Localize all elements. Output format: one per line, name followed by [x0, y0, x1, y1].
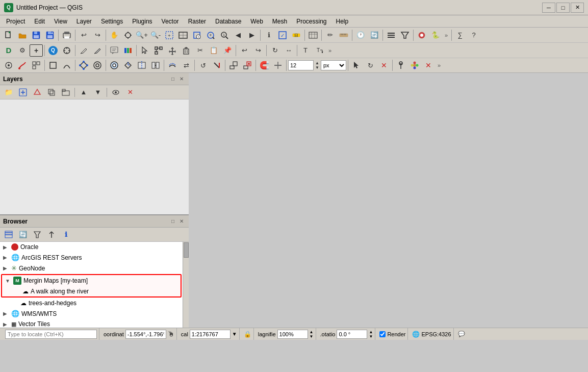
layer-group-btn[interactable]	[59, 86, 72, 98]
pan-map-button[interactable]: ✋	[108, 29, 121, 41]
zoom-full-button[interactable]	[176, 29, 190, 41]
print-layout-button[interactable]	[60, 29, 73, 41]
measure-button[interactable]	[337, 29, 350, 41]
new-project-button[interactable]	[2, 29, 15, 41]
menu-mesh[interactable]: Mesh	[268, 17, 291, 26]
browser-info-btn[interactable]: ℹ	[59, 229, 72, 241]
refresh-button[interactable]: 🔄	[368, 29, 381, 41]
delete-selected-btn[interactable]	[180, 44, 193, 57]
rotation-input[interactable]	[337, 330, 367, 339]
layer-visibility-btn[interactable]	[109, 86, 122, 98]
select-tool-btn[interactable]	[138, 44, 151, 57]
tree-item-arcgis[interactable]: ▶ 🌐 ArcGIS REST Servers	[0, 252, 183, 263]
browser-scrollbar[interactable]	[183, 242, 189, 328]
rotate-btn[interactable]: ↻	[268, 44, 282, 57]
browser-filter-btn[interactable]	[31, 229, 44, 241]
menu-layer[interactable]: Layer	[72, 17, 96, 26]
style-btn[interactable]	[121, 44, 135, 57]
magnet-btn[interactable]: 🧲	[258, 59, 271, 71]
select-features-button[interactable]: ✓	[276, 29, 289, 41]
layer-duplicate-btn[interactable]	[45, 86, 58, 98]
menu-plugins[interactable]: Plugins	[128, 17, 156, 26]
size-input[interactable]: 12	[288, 60, 314, 70]
scale-btn[interactable]: ↔	[282, 44, 295, 57]
zoom-selection-button[interactable]: +	[204, 29, 217, 41]
reshape-btn[interactable]	[121, 59, 135, 71]
tree-item-vector-tiles[interactable]: ▶ ▦ Vector Tiles	[0, 319, 183, 328]
layer-visibility-all-btn[interactable]: ✕	[123, 86, 137, 98]
browser-collapse-btn[interactable]: □	[169, 217, 177, 226]
menu-database[interactable]: Database	[211, 17, 245, 26]
processing-toolbox-button[interactable]: ∑	[453, 29, 467, 41]
help-button[interactable]: ?	[467, 29, 480, 41]
toolbar-more-1[interactable]: »	[443, 32, 450, 38]
split-features-btn[interactable]	[135, 59, 148, 71]
cancel-edit-btn[interactable]: ✕	[422, 59, 435, 71]
save-project-button[interactable]	[30, 29, 43, 41]
zoom-next-button[interactable]: ▶	[245, 29, 259, 41]
move-feature-btn[interactable]	[166, 44, 179, 57]
tree-item-wms[interactable]: ▶ 🌐 WMS/WMTS	[0, 308, 183, 319]
copy-features-btn[interactable]: 📋	[207, 44, 220, 57]
layer-down-btn[interactable]: ▼	[91, 86, 105, 98]
render-checkbox[interactable]	[379, 331, 386, 337]
filter-legend-button[interactable]	[398, 29, 412, 41]
merge-features-btn[interactable]	[149, 59, 162, 71]
tree-item-geonode[interactable]: ▶ ✳ GeoNode	[0, 263, 183, 274]
toggle-editing-button[interactable]: ✏	[323, 29, 337, 41]
layers-close-btn[interactable]: ✕	[177, 75, 186, 83]
menu-processing[interactable]: Processing	[292, 17, 330, 26]
tracing-btn[interactable]	[16, 59, 29, 71]
qgis-icon-button[interactable]: Q	[46, 44, 60, 57]
redo-button[interactable]: ↪	[91, 29, 104, 41]
trim-extend-btn[interactable]	[210, 59, 223, 71]
python-console-button[interactable]: 🐍	[429, 29, 442, 41]
rotation-up[interactable]: ▲▼	[369, 330, 373, 339]
scale-input[interactable]	[190, 330, 231, 339]
undo-edit-btn[interactable]: ↩	[238, 44, 251, 57]
open-attribute-table-button[interactable]	[306, 29, 320, 41]
plugins-button[interactable]	[415, 29, 428, 41]
pin-annotation-btn[interactable]	[394, 59, 407, 71]
browser-add-layer-btn[interactable]	[2, 229, 15, 241]
zoom-layer-button[interactable]: +	[190, 29, 203, 41]
reverse-line-btn[interactable]: ⇄	[180, 59, 193, 71]
toolbar-more-2[interactable]: »	[326, 47, 334, 54]
annotations-btn[interactable]	[108, 44, 121, 57]
menu-view[interactable]: View	[50, 17, 71, 26]
tree-item-walk-river[interactable]: ☁ A walk along the river	[2, 286, 181, 296]
menu-edit[interactable]: Edit	[30, 17, 49, 26]
message-item[interactable]: 💬	[456, 328, 467, 340]
zoom-out-button[interactable]: 🔍-	[149, 29, 162, 41]
redo-edit-btn[interactable]: ↪	[251, 44, 265, 57]
identify-features-button[interactable]: ℹ	[262, 29, 275, 41]
menu-web[interactable]: Web	[246, 17, 267, 26]
deselect-features-button[interactable]: ⊟	[290, 29, 303, 41]
add-part-btn[interactable]	[227, 59, 240, 71]
add-layer-button[interactable]: +	[30, 44, 43, 57]
browser-scrollbar-thumb[interactable]	[184, 242, 189, 258]
layers-collapse-btn[interactable]: □	[169, 75, 177, 83]
offset-curve-btn[interactable]	[166, 59, 179, 71]
layer-open-btn[interactable]: 📁	[2, 86, 15, 98]
advanced-digi-btn[interactable]	[30, 59, 43, 71]
zoom-rubber-band-button[interactable]: +	[163, 29, 176, 41]
size-unit-select[interactable]: px mm	[321, 60, 346, 70]
tree-item-oracle[interactable]: ▶ Oracle	[0, 242, 183, 252]
undo-button[interactable]: ↩	[77, 29, 90, 41]
crs-item[interactable]: 🌐 EPSG:4326	[410, 328, 453, 340]
edit-toolbar-btn2[interactable]	[91, 44, 104, 57]
flower-btn[interactable]	[408, 59, 421, 71]
menu-vector[interactable]: Vector	[158, 17, 183, 26]
menu-project[interactable]: Project	[2, 17, 29, 26]
zoom-native-button[interactable]: 1	[218, 29, 231, 41]
toolbar-more-3[interactable]: »	[436, 62, 443, 68]
layer-up-btn[interactable]: ▲	[77, 86, 90, 98]
rotate-point2-btn[interactable]: ↻	[364, 59, 377, 71]
scale-dropdown[interactable]: ▼	[232, 331, 237, 337]
temporal-controller-button[interactable]: 🕐	[354, 29, 367, 41]
layer-remove-btn[interactable]	[31, 86, 44, 98]
magnifier-input[interactable]	[277, 330, 308, 339]
tree-item-trees[interactable]: ☁ trees-and-hedges	[0, 298, 183, 308]
menu-settings[interactable]: Settings	[97, 17, 127, 26]
